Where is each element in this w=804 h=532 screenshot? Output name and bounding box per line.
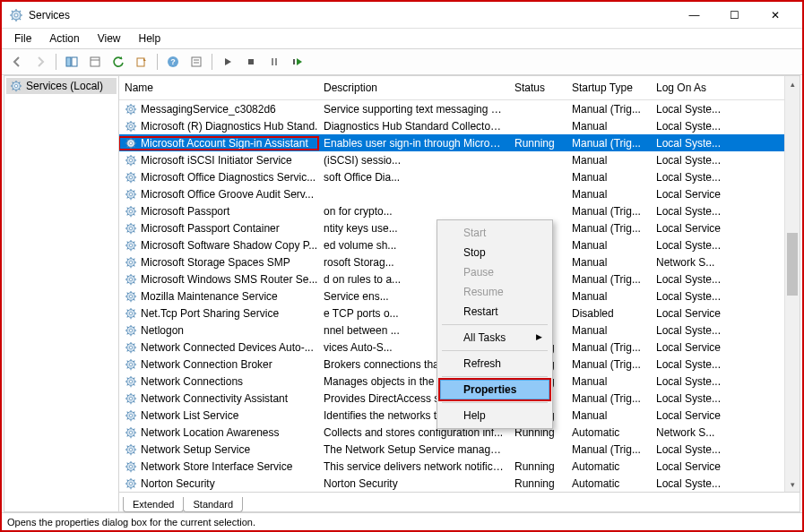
ctx-refresh[interactable]: Refresh bbox=[440, 354, 549, 373]
menu-file[interactable]: File bbox=[7, 30, 39, 47]
service-icon bbox=[125, 324, 137, 337]
service-startup: Manual bbox=[566, 256, 651, 269]
close-button[interactable]: ✕ bbox=[755, 3, 795, 28]
ctx-pause[interactable]: Pause bbox=[440, 262, 549, 282]
tab-strip: Extended Standard bbox=[119, 492, 800, 511]
service-name: Network Connection Broker bbox=[141, 358, 272, 371]
service-description: The Network Setup Service manages... bbox=[318, 443, 509, 456]
back-button[interactable] bbox=[7, 52, 27, 72]
service-startup: Manual bbox=[566, 154, 651, 167]
service-logon: Local Syste... bbox=[651, 443, 756, 456]
help-button[interactable]: ? bbox=[163, 52, 183, 72]
service-icon bbox=[125, 222, 137, 235]
service-logon: Local Syste... bbox=[651, 171, 756, 184]
service-name: Microsoft Windows SMS Router Se... bbox=[141, 273, 317, 286]
service-name: Network Setup Service bbox=[141, 443, 250, 456]
service-startup: Manual (Trig... bbox=[566, 341, 651, 354]
col-startup[interactable]: Startup Type bbox=[566, 76, 651, 99]
svg-text:?: ? bbox=[170, 57, 176, 66]
menu-action[interactable]: Action bbox=[42, 30, 86, 47]
service-name: Microsoft Office Groove Audit Serv... bbox=[141, 188, 314, 201]
pause-service-button[interactable] bbox=[264, 52, 284, 72]
vertical-scrollbar[interactable]: ▴ ▾ bbox=[784, 76, 800, 492]
service-row[interactable]: Microsoft iSCSI Initiator Service (iSCSI… bbox=[119, 151, 800, 168]
svg-rect-20 bbox=[248, 59, 254, 64]
service-icon bbox=[125, 273, 137, 286]
service-startup: Manual bbox=[566, 290, 651, 303]
service-name: Network Connectivity Assistant bbox=[141, 392, 288, 405]
service-icon bbox=[125, 358, 137, 371]
service-logon: Local Syste... bbox=[651, 375, 756, 388]
col-name[interactable]: Name bbox=[119, 76, 318, 99]
show-hide-tree-button[interactable] bbox=[62, 52, 82, 72]
restart-service-button[interactable] bbox=[288, 52, 307, 72]
refresh-button[interactable] bbox=[108, 52, 128, 72]
service-startup: Manual bbox=[566, 409, 651, 422]
ctx-all-tasks[interactable]: All Tasks▶ bbox=[440, 328, 549, 348]
service-icon bbox=[125, 171, 137, 184]
forward-button[interactable] bbox=[30, 52, 50, 72]
service-name: Microsoft Passport bbox=[141, 205, 229, 218]
service-description: This service delivers network notifica..… bbox=[318, 460, 509, 473]
service-row[interactable]: Network Setup ServiceThe Network Setup S… bbox=[119, 441, 800, 458]
service-name: Microsoft iSCSI Initiator Service bbox=[141, 154, 292, 167]
service-startup: Automatic bbox=[566, 426, 651, 439]
service-description: Service supporting text messaging a... bbox=[318, 103, 509, 116]
scroll-thumb[interactable] bbox=[787, 233, 798, 296]
col-logon[interactable]: Log On As bbox=[651, 76, 756, 99]
menu-help[interactable]: Help bbox=[132, 30, 169, 47]
app-icon bbox=[9, 8, 23, 22]
service-row[interactable]: Microsoft Office Groove Audit Serv...Man… bbox=[119, 185, 800, 202]
title-bar: Services — ☐ ✕ bbox=[2, 2, 802, 29]
service-row[interactable]: Microsoft Office Diagnostics Servic... s… bbox=[119, 168, 800, 185]
svg-rect-17 bbox=[192, 57, 201, 66]
ctx-start[interactable]: Start bbox=[440, 223, 549, 243]
col-status[interactable]: Status bbox=[509, 76, 566, 99]
service-startup: Manual bbox=[566, 171, 651, 184]
sidebar-services-local[interactable]: Services (Local) bbox=[6, 78, 117, 94]
menu-view[interactable]: View bbox=[91, 30, 128, 47]
service-name: Network Location Awareness bbox=[141, 426, 280, 439]
service-row[interactable]: Norton SecurityNorton SecurityRunningAut… bbox=[119, 475, 800, 492]
service-logon: Local Syste... bbox=[651, 477, 756, 490]
service-icon bbox=[125, 137, 137, 150]
service-icon bbox=[125, 205, 137, 218]
ctx-resume[interactable]: Resume bbox=[440, 282, 549, 302]
service-row[interactable]: Network Store Interface ServiceThis serv… bbox=[119, 458, 800, 475]
service-logon: Local Service bbox=[651, 188, 756, 201]
maximize-button[interactable]: ☐ bbox=[714, 3, 755, 28]
svg-rect-11 bbox=[72, 57, 77, 66]
stop-service-button[interactable] bbox=[241, 52, 261, 72]
window-title: Services bbox=[29, 9, 674, 21]
tab-standard[interactable]: Standard bbox=[183, 497, 243, 512]
ctx-help[interactable]: Help bbox=[440, 406, 549, 425]
service-logon: Local Syste... bbox=[651, 273, 756, 286]
properties-button[interactable] bbox=[186, 52, 206, 72]
ctx-stop[interactable]: Stop bbox=[440, 243, 549, 262]
service-row[interactable]: Microsoft (R) Diagnostics Hub Stand...Di… bbox=[119, 117, 800, 134]
col-description[interactable]: Description bbox=[318, 76, 509, 99]
service-row[interactable]: Microsoft Account Sign-in AssistantEnabl… bbox=[119, 134, 800, 151]
service-startup: Manual (Trig... bbox=[566, 222, 651, 235]
service-description: Norton Security bbox=[318, 477, 509, 490]
tab-extended[interactable]: Extended bbox=[123, 497, 184, 512]
service-logon: Local Syste... bbox=[651, 137, 756, 150]
start-service-button[interactable] bbox=[218, 52, 238, 72]
minimize-button[interactable]: — bbox=[674, 3, 714, 28]
export-list-button[interactable] bbox=[85, 52, 105, 72]
service-logon: Local Syste... bbox=[651, 239, 756, 252]
ctx-restart[interactable]: Restart bbox=[440, 302, 549, 322]
scroll-up-button[interactable]: ▴ bbox=[785, 76, 800, 91]
scroll-down-button[interactable]: ▾ bbox=[785, 476, 800, 492]
export-button[interactable] bbox=[132, 52, 151, 72]
ctx-properties[interactable]: Properties bbox=[440, 380, 549, 399]
service-logon: Local Service bbox=[651, 460, 756, 473]
service-name: Netlogon bbox=[141, 324, 184, 337]
service-startup: Manual bbox=[566, 324, 651, 337]
service-logon: Local Syste... bbox=[651, 358, 756, 371]
service-logon: Local Syste... bbox=[651, 120, 756, 133]
service-row[interactable]: Microsoft Passport on for crypto...Manua… bbox=[119, 202, 800, 219]
service-startup: Automatic bbox=[566, 477, 651, 490]
service-icon bbox=[125, 477, 137, 490]
service-row[interactable]: MessagingService_c3082d6Service supporti… bbox=[119, 100, 800, 117]
